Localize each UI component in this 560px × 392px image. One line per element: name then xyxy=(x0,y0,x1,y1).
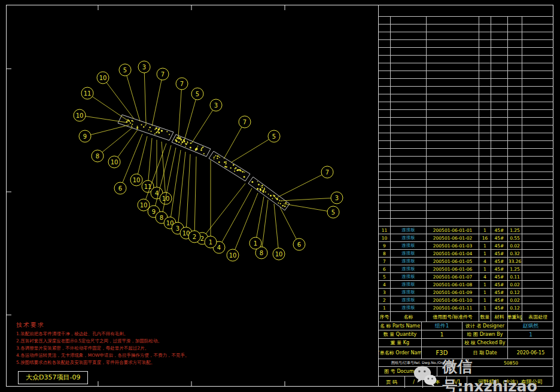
bom-cell xyxy=(508,172,522,179)
hole-dot xyxy=(218,161,220,163)
bom-cell xyxy=(491,195,508,203)
bom-cell xyxy=(508,56,522,63)
bom-cell xyxy=(508,63,522,71)
bom-cell xyxy=(522,219,553,226)
bom-qty: 1 xyxy=(479,226,491,234)
bom-qty: 1 xyxy=(479,296,491,304)
leader-line xyxy=(206,183,245,234)
bom-row xyxy=(379,94,553,102)
hole-dot xyxy=(158,128,160,130)
leader-line xyxy=(284,204,327,211)
hole-dot xyxy=(264,188,265,189)
bom-weight: 33.26 xyxy=(508,258,522,265)
bom-qty: 1 xyxy=(479,304,491,311)
bom-cell xyxy=(508,71,522,78)
hole-dot xyxy=(260,188,261,190)
balloon-number: 3 xyxy=(142,64,146,71)
bom-cell xyxy=(379,203,391,210)
bom-cell xyxy=(491,17,508,24)
bom-qty: 1 xyxy=(479,265,491,272)
bom-finish xyxy=(522,265,553,272)
bom-cell xyxy=(379,102,391,109)
hole-dot xyxy=(200,149,202,151)
leader-line xyxy=(281,198,331,201)
bom-cell xyxy=(508,180,522,187)
bom-cell xyxy=(427,40,479,47)
leader-line xyxy=(224,127,242,159)
hole-dot xyxy=(278,203,279,204)
bom-cell xyxy=(479,164,491,172)
bom-cell xyxy=(522,110,553,117)
bom-cell xyxy=(391,118,427,125)
balloon-number: 10 xyxy=(140,202,148,209)
bom-cell xyxy=(427,125,479,133)
bom-row xyxy=(379,157,553,164)
wechat-icon xyxy=(413,363,437,390)
bom-cell xyxy=(379,79,391,86)
bom-cell xyxy=(427,211,479,218)
bom-weight: 0.12 xyxy=(508,304,522,311)
checked-by-value xyxy=(508,339,553,347)
bom-cell xyxy=(522,63,553,71)
hole-dot xyxy=(145,125,146,126)
bom-cell xyxy=(479,102,491,109)
hole-dot xyxy=(141,124,142,125)
balloon-number: 9 xyxy=(83,133,87,140)
bom-cell xyxy=(508,24,522,32)
bom-weight: 0.02 xyxy=(508,296,522,304)
hole-dot xyxy=(235,167,236,169)
hole-dot xyxy=(263,190,264,192)
leader-line xyxy=(102,127,133,152)
leader-line xyxy=(257,197,264,237)
bom-cell xyxy=(379,32,391,39)
bom-cell xyxy=(379,188,391,195)
quantity-value: 1 xyxy=(422,330,462,338)
bom-cell xyxy=(522,32,553,39)
bom-material: 45# xyxy=(491,226,508,234)
hole-dot xyxy=(226,164,227,165)
bom-cell xyxy=(427,71,479,78)
bom-cell xyxy=(379,56,391,63)
hole-dot xyxy=(187,141,188,142)
bom-row xyxy=(379,56,553,63)
balloon-number: 10 xyxy=(133,177,141,183)
bom-qty: 16 xyxy=(479,234,491,241)
bom-qty: 4 xyxy=(479,273,491,280)
bom-row xyxy=(379,180,553,188)
leader-line xyxy=(280,207,296,239)
hole-dot xyxy=(279,200,280,201)
hole-dot xyxy=(263,191,264,192)
leader-line xyxy=(162,142,165,192)
title-block-row: 数 量 Quantity 1 绘 图 Drawn By 1 xyxy=(379,330,553,339)
drawn-by-value: 1 xyxy=(508,330,553,338)
bom-cell xyxy=(491,56,508,63)
bom-cell xyxy=(491,149,508,156)
bom-qty: 1 xyxy=(479,250,491,257)
designer-value: 赵炳然 xyxy=(508,322,553,330)
bom-cell xyxy=(427,118,479,125)
bom-cell xyxy=(522,164,553,172)
weight-label: 重 量 Kg xyxy=(379,339,422,347)
bom-name: 连接板 xyxy=(391,265,427,272)
leader-line xyxy=(152,80,162,126)
bom-cell xyxy=(427,195,479,203)
bom-cell xyxy=(391,24,427,32)
balloon-number: 11 xyxy=(84,90,92,97)
bom-cell xyxy=(479,56,491,63)
hole-dot xyxy=(244,172,245,173)
bom-weight: 0.32 xyxy=(508,250,522,257)
bom-row xyxy=(379,48,553,56)
bom-cell xyxy=(508,102,522,109)
bom-cell xyxy=(479,211,491,218)
bom-cell xyxy=(391,195,427,203)
bom-cell xyxy=(491,48,508,55)
bom-cell xyxy=(491,125,508,133)
bom-cell xyxy=(427,172,479,179)
leader-line xyxy=(106,82,134,119)
leader-line xyxy=(91,125,129,135)
balloon-number: 10 xyxy=(111,159,118,166)
leader-line xyxy=(144,73,146,124)
bom-cell xyxy=(508,125,522,133)
bom-cell xyxy=(479,63,491,71)
bom-cell xyxy=(427,149,479,156)
